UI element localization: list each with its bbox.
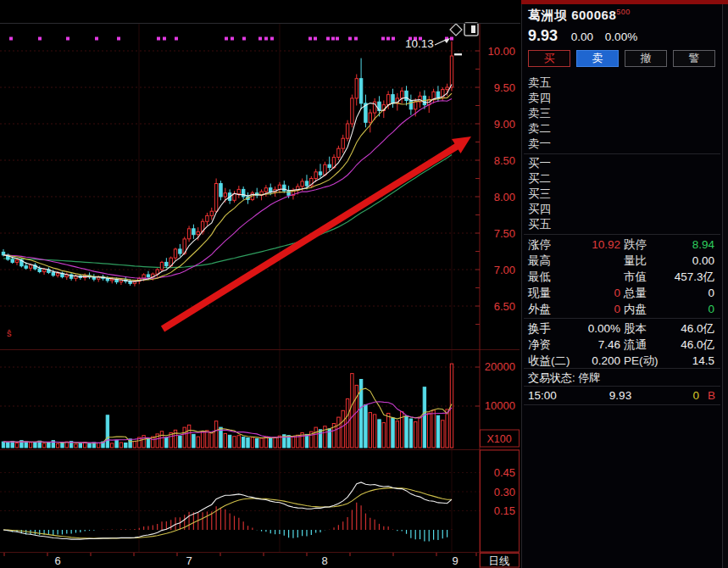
ask-level-4[interactable]: 卖四 <box>528 91 718 106</box>
stat-value: 0 <box>579 285 624 301</box>
stock-superscript: 500 <box>616 8 631 16</box>
bid-level-5[interactable]: 买五 <box>528 217 718 232</box>
svg-text:9.50: 9.50 <box>494 81 515 94</box>
clipped-right-edge <box>722 4 728 568</box>
stat-value: 0.200 <box>579 353 624 369</box>
stat-label: 收益(二) <box>528 353 579 369</box>
alert-button[interactable]: 警 <box>673 50 715 67</box>
stat-label: 最高 <box>528 253 579 269</box>
stat-label: 净资 <box>528 337 579 353</box>
stats-row: 最低市值457.3亿 <box>528 269 718 285</box>
divider <box>524 234 720 235</box>
svg-text:0.15: 0.15 <box>494 504 515 517</box>
stats-row: 最高量比0.00 <box>528 253 718 269</box>
stat-label: 市值 <box>624 269 671 285</box>
svg-text:6.50: 6.50 <box>494 300 515 313</box>
price-change: 0.00 <box>571 31 593 43</box>
bid-levels: 买一买二买三买四买五 <box>528 156 718 232</box>
bid-level-4[interactable]: 买四 <box>528 202 718 217</box>
stat-value: 46.0亿 <box>671 320 718 337</box>
stats-block-1: 涨停10.92跌停8.94最高量比0.00最低市值457.3亿现量0总量0外盘0… <box>528 237 718 317</box>
price-row: 9.93 0.00 0.00% <box>528 27 718 45</box>
divider <box>524 318 720 319</box>
stat-value: 7.46 <box>579 337 624 353</box>
stats-row: 外盘0内盘0 <box>528 301 718 317</box>
stats-row: 涨停10.92跌停8.94 <box>528 237 718 253</box>
stats-block-2: 换手0.00%股本46.0亿净资7.46流通46.0亿收益(二)0.200PE(… <box>528 320 718 369</box>
svg-text:9.00: 9.00 <box>494 118 515 131</box>
svg-text:8.50: 8.50 <box>494 154 515 167</box>
svg-text:8: 8 <box>321 554 327 567</box>
bid-level-3[interactable]: 买三 <box>528 187 718 202</box>
last-price: 9.93 <box>528 27 558 44</box>
ask-level-5[interactable]: 卖五 <box>528 75 718 91</box>
svg-text:10000: 10000 <box>485 399 515 412</box>
price-change-pct: 0.00% <box>605 31 637 43</box>
ask-level-1[interactable]: 卖一 <box>528 136 718 152</box>
divider <box>524 368 720 369</box>
ask-level-2[interactable]: 卖二 <box>528 121 718 136</box>
ask-levels: 卖五卖四卖三卖二卖一 <box>528 75 718 152</box>
svg-text:0.30: 0.30 <box>494 486 515 498</box>
svg-text:10.00: 10.00 <box>487 45 515 58</box>
stat-value: 457.3亿 <box>671 269 718 285</box>
stat-label: 现量 <box>528 285 579 301</box>
stat-label: 量比 <box>624 253 671 269</box>
stat-label: 股本 <box>624 320 671 337</box>
tick-time: 15:00 <box>528 388 570 404</box>
svg-text:20000: 20000 <box>485 360 515 373</box>
divider <box>524 404 720 405</box>
tick-flag: B <box>699 388 718 404</box>
svg-text:8.00: 8.00 <box>494 191 515 203</box>
stat-label: 外盘 <box>528 301 579 317</box>
bid-level-2[interactable]: 买二 <box>528 171 718 187</box>
stat-value: 0 <box>579 301 624 317</box>
stat-label: 最低 <box>528 269 579 285</box>
svg-text:7.00: 7.00 <box>494 264 515 276</box>
stat-value <box>579 253 624 269</box>
svg-text:9: 9 <box>452 554 458 567</box>
sell-button[interactable]: 卖 <box>576 50 619 67</box>
svg-text:7.50: 7.50 <box>494 227 515 240</box>
quote-panel: 葛洲坝 600068500 9.93 0.00 0.00% 买卖撤警 卖五卖四卖… <box>521 4 722 568</box>
bid-level-1[interactable]: 买一 <box>528 156 718 171</box>
volume-unit-label: X100 <box>486 433 511 445</box>
current-price-marker <box>454 53 462 55</box>
tick-price: 9.93 <box>570 388 670 404</box>
trading-app-window: { "menu": {"items": ["复权","叠加","多股","统计"… <box>0 0 728 568</box>
tick-row: 15:00 9.93 0 B <box>528 388 718 404</box>
stat-value: 0 <box>671 301 718 317</box>
stat-value: 46.0亿 <box>671 337 718 353</box>
tick-volume: 0 <box>670 388 699 404</box>
stock-name: 葛洲坝 <box>528 8 568 22</box>
cancel-button[interactable]: 撤 <box>625 50 667 67</box>
stat-label: 涨停 <box>528 237 579 253</box>
stats-row: 净资7.46流通46.0亿 <box>528 337 718 353</box>
order-button-row: 买卖撤警 <box>528 50 718 67</box>
buy-button[interactable]: 买 <box>528 50 570 67</box>
stats-row: 收益(二)0.200PE(动)14.5 <box>528 353 718 369</box>
stat-label: 换手 <box>528 320 579 337</box>
stat-value: 0.00% <box>579 320 624 337</box>
stat-label: 跌停 <box>624 237 671 253</box>
divider <box>524 153 720 154</box>
stock-title: 葛洲坝 600068500 <box>528 8 718 24</box>
stat-value: 10.92 <box>579 237 624 253</box>
stats-row: 换手0.00%股本46.0亿 <box>528 320 718 337</box>
stat-value <box>579 269 624 285</box>
stat-label: 总量 <box>624 285 671 301</box>
candlestick-chart[interactable]: 10.13ŝ10.009.509.008.508.007.507.006.502… <box>0 0 521 568</box>
period-label[interactable]: 日线 <box>489 555 510 567</box>
high-price-label: 10.13 <box>405 37 434 50</box>
stat-value: 0 <box>671 285 718 301</box>
stock-code: 600068 <box>571 8 616 22</box>
stat-value: 0.00 <box>671 253 718 269</box>
ask-level-3[interactable]: 卖三 <box>528 106 718 121</box>
stat-label: PE(动) <box>624 353 671 369</box>
svg-text:6: 6 <box>54 554 60 567</box>
stat-value: 14.5 <box>671 353 718 369</box>
stat-value: 8.94 <box>671 237 718 253</box>
stat-label: 流通 <box>624 337 671 353</box>
chart-area[interactable]: 10.13ŝ10.009.509.008.508.007.507.006.502… <box>0 0 521 568</box>
divider <box>524 386 720 387</box>
